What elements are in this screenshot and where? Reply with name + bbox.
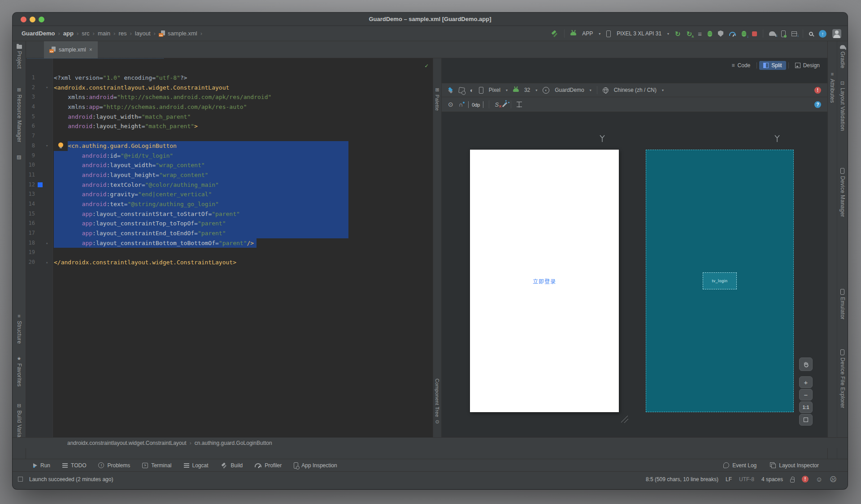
- device-manager-icon[interactable]: [781, 30, 786, 37]
- xml-breadcrumb-item[interactable]: cn.authing.guard.GoLoginButton: [195, 440, 272, 446]
- mode-design-button[interactable]: Design: [791, 61, 824, 70]
- mode-split-button[interactable]: Split: [759, 61, 786, 70]
- code-line[interactable]: 1<?xml version="1.0" encoding="utf-8"?>: [26, 73, 433, 83]
- toolwindow-todo[interactable]: TODO: [62, 462, 86, 469]
- sidebar-item-project[interactable]: Project: [13, 45, 26, 69]
- code-line[interactable]: 8▾ <cn.authing.guard.GoLoginButton: [26, 141, 433, 151]
- theme-dropdown[interactable]: GuardDemo: [555, 87, 584, 93]
- design-canvas[interactable]: 立即登录 tv_login + − 1:1: [442, 112, 827, 448]
- clear-constraints-icon[interactable]: S: [495, 102, 499, 108]
- tool-window-switcher-icon[interactable]: [18, 477, 23, 482]
- title-bar[interactable]: GuardDemo – sample.xml [GuardDemo.app]: [13, 13, 848, 26]
- zoom-out-button[interactable]: −: [799, 389, 813, 401]
- code-line[interactable]: 12 android:textColor="@color/authing_mai…: [26, 180, 433, 190]
- sidebar-item-favorites[interactable]: ★Favorites: [13, 356, 26, 387]
- blueprint-login-button[interactable]: tv_login: [703, 272, 737, 289]
- minimize-window-button[interactable]: [30, 17, 35, 22]
- default-margin-control[interactable]: 0dp: [468, 101, 483, 108]
- sidebar-item-emulator[interactable]: Emulator: [837, 289, 848, 319]
- resize-grip[interactable]: [621, 416, 628, 423]
- code-line[interactable]: 18▴ app:layout_constraintBottom_toBottom…: [26, 238, 433, 248]
- login-button-preview[interactable]: 立即登录: [533, 277, 556, 285]
- breadcrumb-item[interactable]: app: [63, 30, 74, 37]
- pack-align-icon[interactable]: [517, 102, 522, 108]
- zoom-window-button[interactable]: [39, 17, 44, 22]
- close-tab-icon[interactable]: ×: [89, 47, 92, 53]
- sdk-manager-icon[interactable]: [791, 31, 797, 36]
- code-line[interactable]: 3 xmlns:android="http://schemas.android.…: [26, 92, 433, 102]
- code-line[interactable]: 5 android:layout_width="match_parent": [26, 112, 433, 122]
- toolwindow-problems[interactable]: !Problems: [98, 462, 130, 469]
- breadcrumb-item[interactable]: layout: [135, 30, 151, 37]
- indent-setting[interactable]: 4 spaces: [761, 476, 783, 482]
- lock-icon[interactable]: [790, 479, 795, 482]
- code-line[interactable]: 19: [26, 248, 433, 258]
- view-options-icon[interactable]: ⊙: [448, 101, 453, 108]
- code-line[interactable]: 14 android:text="@string/authing_go_logi…: [26, 199, 433, 209]
- code-line[interactable]: 7: [26, 131, 433, 141]
- blueprint-preview-device[interactable]: tv_login: [646, 150, 794, 412]
- code-line[interactable]: 16 app:layout_constraintTop_toTopOf="par…: [26, 219, 433, 228]
- api-level-dropdown[interactable]: 32: [524, 87, 530, 93]
- error-badge[interactable]: !: [814, 87, 821, 94]
- tab-sample-xml[interactable]: sample.xml ×: [44, 41, 98, 58]
- code-line[interactable]: 6 android:layout_height="match_parent">: [26, 121, 433, 131]
- code-line[interactable]: 4 xmlns:app="http://schemas.android.com/…: [26, 102, 433, 112]
- run-configuration-dropdown[interactable]: APP: [582, 30, 593, 37]
- breadcrumb-item[interactable]: res: [118, 30, 126, 37]
- breadcrumb-item[interactable]: sample.xml: [159, 30, 197, 37]
- toolwindow-terminal[interactable]: >Terminal: [142, 462, 171, 469]
- avatar[interactable]: [832, 29, 841, 38]
- file-encoding[interactable]: UTF-8: [739, 476, 754, 482]
- apply-code-changes-icon[interactable]: ≡: [698, 30, 702, 37]
- caret-position[interactable]: 8:5 (509 chars, 10 line breaks): [646, 476, 718, 482]
- code-line[interactable]: 13 android:gravity="end|center_vertical": [26, 190, 433, 199]
- toolwindow-layout-inspector[interactable]: Layout Inspector: [770, 462, 819, 469]
- design-preview-device[interactable]: 立即登录: [470, 150, 619, 412]
- night-mode-icon[interactable]: ◐: [470, 87, 474, 93]
- sidebar-item-gradle[interactable]: Gradle: [837, 45, 848, 69]
- fold-marker-icon[interactable]: ▾: [46, 141, 48, 151]
- sidebar-item-structure[interactable]: ≡Structure: [13, 314, 26, 344]
- run-icon[interactable]: ↻: [675, 30, 681, 37]
- toolwindow-event-log[interactable]: Event Log: [723, 462, 757, 469]
- code-editor[interactable]: ✓ 1<?xml version="1.0" encoding="utf-8"?…: [26, 58, 433, 448]
- sidebar-item-device-manager[interactable]: Device Manager: [837, 168, 848, 217]
- xml-breadcrumb-item[interactable]: androidx.constraintlayout.widget.Constra…: [67, 440, 187, 446]
- help-badge[interactable]: ?: [814, 101, 821, 108]
- toolwindow-run[interactable]: Run: [33, 462, 50, 469]
- toolwindow-logcat[interactable]: Logcat: [184, 462, 209, 469]
- toolwindow-profiler[interactable]: Profiler: [255, 462, 282, 469]
- code-line[interactable]: 10 android:layout_width="wrap_content": [26, 160, 433, 170]
- tool-icon[interactable]: ▨: [17, 155, 21, 159]
- locale-dropdown[interactable]: Chinese (zh / CN): [614, 87, 657, 93]
- debug-icon[interactable]: [708, 31, 712, 37]
- sidebar-item-device-file-explorer[interactable]: Device File Explorer: [837, 349, 848, 408]
- fold-marker-icon[interactable]: ▾: [46, 83, 48, 93]
- orientation-icon[interactable]: [458, 87, 465, 94]
- autoconnect-magnet-icon[interactable]: ∩: [459, 102, 463, 108]
- mode-code-button[interactable]: ≡Code: [728, 61, 755, 70]
- code-line[interactable]: 11 android:layout_height="wrap_content": [26, 170, 433, 180]
- sidebar-item-resource-manager[interactable]: ⊞Resource Manager: [13, 87, 26, 142]
- zoom-to-fit-button[interactable]: [799, 414, 813, 426]
- inspections-ok-icon[interactable]: ✓: [425, 61, 428, 71]
- sad-face-icon[interactable]: ☹: [830, 476, 837, 482]
- stop-icon[interactable]: [752, 31, 757, 36]
- breadcrumb-item[interactable]: src: [82, 30, 89, 37]
- palette-tab[interactable]: ⊞ Palette: [433, 87, 441, 111]
- toolwindow-app-inspection[interactable]: App Inspection: [294, 462, 337, 469]
- zoom-in-button[interactable]: +: [799, 376, 813, 388]
- code-line[interactable]: 20▴</androidx.constraintlayout.widget.Co…: [26, 258, 433, 267]
- toolwindow-build[interactable]: Build: [221, 462, 243, 469]
- build-hammer-icon[interactable]: [551, 30, 558, 37]
- device-type-dropdown[interactable]: Pixel: [489, 87, 500, 93]
- infer-constraints-icon[interactable]: [502, 102, 507, 107]
- code-line[interactable]: 2▾<androidx.constraintlayout.widget.Cons…: [26, 83, 433, 93]
- code-line[interactable]: 17 app:layout_constraintEnd_toEndOf="par…: [26, 228, 433, 238]
- code-line[interactable]: 9 android:id="@+id/tv_login": [26, 151, 433, 161]
- close-window-button[interactable]: [21, 17, 26, 22]
- sidebar-item-layout-validation[interactable]: ⊡Layout Validation: [837, 81, 848, 131]
- color-swatch[interactable]: [38, 182, 43, 187]
- attach-debugger-icon[interactable]: [718, 30, 723, 37]
